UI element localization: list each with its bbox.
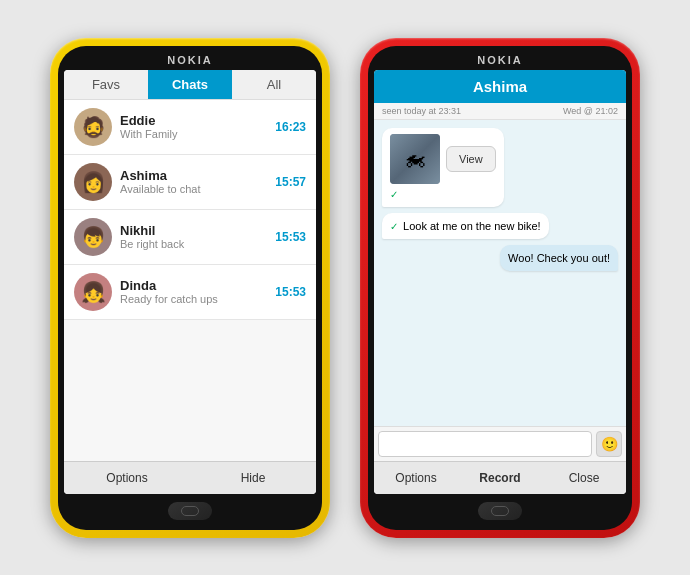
- home-button-right[interactable]: [478, 502, 522, 520]
- chat-time-eddie: 16:23: [275, 120, 306, 134]
- options-button-right[interactable]: Options: [374, 462, 458, 494]
- chat-time-nikhil: 15:53: [275, 230, 306, 244]
- avatar-dinda: 👧: [74, 273, 112, 311]
- phone-right: NOKIA Ashima seen today at 23:31 Wed @ 2…: [360, 38, 640, 538]
- chat-time-dinda: 15:53: [275, 285, 306, 299]
- options-button-left[interactable]: Options: [64, 462, 190, 494]
- seen-status: seen today at 23:31: [382, 106, 461, 116]
- avatar-ashima: 👩: [74, 163, 112, 201]
- checkmark-icon: ✓: [390, 189, 398, 200]
- chat-messages: View ✓ ✓ Look at me on the new bike! Woo…: [374, 120, 626, 426]
- nokia-brand-right: NOKIA: [477, 54, 522, 66]
- tab-favs[interactable]: Favs: [64, 70, 148, 99]
- chat-meta: seen today at 23:31 Wed @ 21:02: [374, 103, 626, 120]
- chat-status-nikhil: Be right back: [120, 238, 267, 250]
- list-item[interactable]: 👩 Ashima Available to chat 15:57: [64, 155, 316, 210]
- chat-name-nikhil: Nikhil: [120, 223, 267, 238]
- emoji-button[interactable]: 🙂: [596, 431, 622, 457]
- view-button[interactable]: View: [446, 146, 496, 172]
- tab-all[interactable]: All: [232, 70, 316, 99]
- list-item[interactable]: 👧 Dinda Ready for catch ups 15:53: [64, 265, 316, 320]
- screen-left: Favs Chats All 🧔 Eddie With Family 1: [64, 70, 316, 494]
- chat-name-dinda: Dinda: [120, 278, 267, 293]
- tab-chats[interactable]: Chats: [148, 70, 232, 99]
- input-bar: 🙂: [374, 426, 626, 461]
- message-sent: Woo! Check you out!: [500, 245, 618, 271]
- message-text-2: Woo! Check you out!: [508, 252, 610, 264]
- phone-left: NOKIA Favs Chats All 🧔 Eddie: [50, 38, 330, 538]
- nokia-brand-left: NOKIA: [167, 54, 212, 66]
- message-text-1: Look at me on the new bike!: [403, 220, 541, 232]
- message-received: ✓ Look at me on the new bike!: [382, 213, 549, 239]
- chat-header: Ashima: [374, 70, 626, 103]
- image-thumbnail: [390, 134, 440, 184]
- chat-status-ashima: Available to chat: [120, 183, 267, 195]
- close-button[interactable]: Close: [542, 462, 626, 494]
- chat-date: Wed @ 21:02: [563, 106, 618, 116]
- home-btn-inner-left: [181, 506, 199, 516]
- hide-button[interactable]: Hide: [190, 462, 316, 494]
- avatar-nikhil: 👦: [74, 218, 112, 256]
- chat-status-eddie: With Family: [120, 128, 267, 140]
- chat-status-dinda: Ready for catch ups: [120, 293, 267, 305]
- chat-list: 🧔 Eddie With Family 16:23 👩 Ashima Avail…: [64, 100, 316, 461]
- left-bottom-bar: Options Hide: [64, 461, 316, 494]
- message-image: View ✓: [382, 128, 504, 207]
- avatar-eddie: 🧔: [74, 108, 112, 146]
- right-bottom-bar: Options Record Close: [374, 461, 626, 494]
- record-button[interactable]: Record: [458, 462, 542, 494]
- checkmark-icon-2: ✓: [390, 221, 398, 232]
- home-button-left[interactable]: [168, 502, 212, 520]
- tab-bar: Favs Chats All: [64, 70, 316, 100]
- screen-right: Ashima seen today at 23:31 Wed @ 21:02 V…: [374, 70, 626, 494]
- message-input[interactable]: [378, 431, 592, 457]
- chat-name-eddie: Eddie: [120, 113, 267, 128]
- list-item[interactable]: 🧔 Eddie With Family 16:23: [64, 100, 316, 155]
- list-item[interactable]: 👦 Nikhil Be right back 15:53: [64, 210, 316, 265]
- chat-name-ashima: Ashima: [120, 168, 267, 183]
- home-btn-inner-right: [491, 506, 509, 516]
- chat-time-ashima: 15:57: [275, 175, 306, 189]
